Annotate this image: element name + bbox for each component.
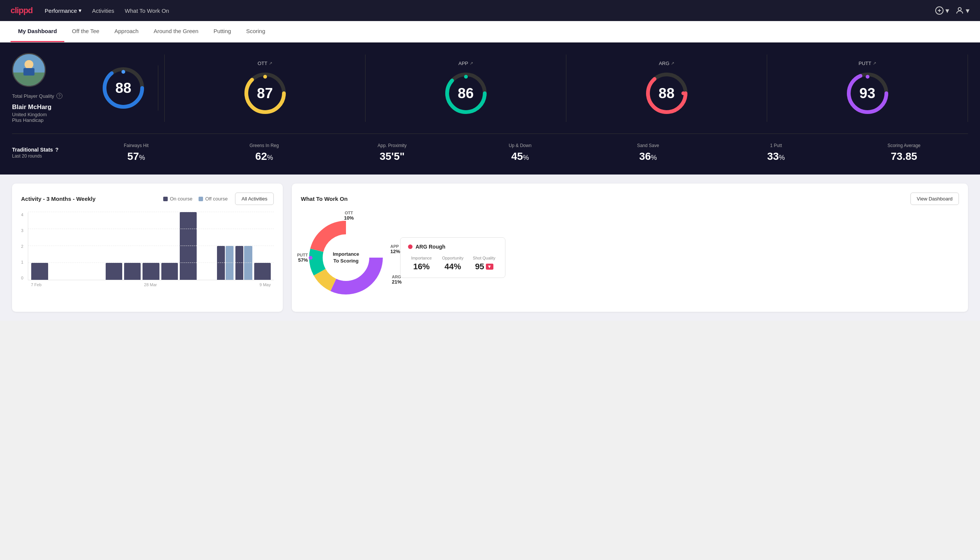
- svg-point-16: [464, 75, 468, 78]
- app-score: 86: [458, 85, 473, 101]
- ring-ott: OTT ↗ 87: [165, 55, 366, 122]
- chevron-down-icon: ▾: [966, 6, 970, 15]
- svg-point-6: [25, 60, 33, 69]
- nav-performance[interactable]: Performance ▾: [45, 7, 82, 14]
- tab-my-dashboard[interactable]: My Dashboard: [10, 21, 64, 42]
- svg-rect-7: [23, 68, 34, 76]
- trend-up-icon: ↗: [470, 61, 473, 66]
- activity-chart-title: Activity - 3 Months - Weekly: [21, 195, 95, 202]
- info-metrics: Importance 16% Opportunity 44% Shot Qual…: [408, 256, 497, 272]
- stat-scoring-average: Scoring Average 73.85: [840, 143, 968, 162]
- stat-fairways-hit: Fairways Hit 57%: [72, 143, 200, 162]
- trend-up-icon: ↗: [671, 61, 674, 66]
- avatar: [12, 53, 46, 87]
- bar-group: [31, 263, 48, 280]
- bar-group: [161, 263, 178, 280]
- nav-right: ▾ ▾: [935, 6, 970, 15]
- player-info: Total Player Quality ? Blair McHarg Unit…: [12, 53, 95, 123]
- tab-off-the-tee[interactable]: Off the Tee: [64, 21, 107, 42]
- tab-around-the-green[interactable]: Around the Green: [146, 21, 206, 42]
- player-name: Blair McHarg: [12, 103, 52, 111]
- off-course-dot: [198, 197, 203, 201]
- main-quality-ring: 88: [101, 65, 146, 110]
- svg-point-13: [263, 75, 267, 78]
- main-score: 88: [115, 80, 131, 96]
- trad-stats-grid: Fairways Hit 57% Greens In Reg 62% App. …: [72, 143, 968, 162]
- bar-group: [124, 263, 141, 280]
- stat-greens-in-reg: Greens In Reg 62%: [200, 143, 328, 162]
- app-donut-label: APP 12%: [390, 244, 400, 254]
- ring-putt: PUTT ↗ 93: [767, 55, 968, 122]
- legend-off-course: Off course: [198, 196, 228, 202]
- view-dashboard-button[interactable]: View Dashboard: [910, 193, 959, 205]
- x-axis: 7 Feb 28 Mar 9 May: [28, 280, 274, 287]
- trend-down-badge: ▼: [486, 263, 493, 270]
- arg-rough-info-card: ARG Rough Importance 16% Opportunity 44%…: [400, 237, 506, 278]
- chevron-down-icon: ▾: [945, 6, 949, 15]
- svg-point-22: [866, 75, 869, 78]
- activity-chart-card: Activity - 3 Months - Weekly On course O…: [12, 183, 283, 312]
- stat-app-proximity: App. Proximity 35'5": [328, 143, 456, 162]
- trad-stats-sublabel: Last 20 rounds: [12, 153, 63, 159]
- ott-label: OTT 10%: [344, 211, 354, 221]
- player-quality-row: Total Player Quality ? Blair McHarg Unit…: [12, 53, 968, 123]
- bar-chart-area: 0 1 2 3 4: [21, 212, 274, 287]
- opportunity-metric: Opportunity 44%: [439, 256, 466, 272]
- chevron-down-icon: ▾: [78, 7, 82, 14]
- putt-score: 93: [859, 85, 875, 101]
- stat-sand-save: Sand Save 36%: [584, 143, 712, 162]
- player-handicap: Plus Handicap: [12, 117, 43, 123]
- on-course-dot: [163, 197, 168, 201]
- bar-group: [254, 263, 271, 280]
- arg-donut-label: ARG 21%: [392, 275, 402, 285]
- trad-stats-label: Traditional Stats: [12, 147, 53, 153]
- putt-dot: [309, 256, 313, 260]
- trend-up-icon: ↗: [269, 61, 272, 66]
- stat-up-and-down: Up & Down 45%: [456, 143, 584, 162]
- nav-activities[interactable]: Activities: [92, 8, 114, 14]
- user-menu-button[interactable]: ▾: [955, 6, 970, 15]
- nav-items: Performance ▾ Activities What To Work On: [45, 7, 923, 14]
- importance-metric: Importance 16%: [408, 256, 435, 272]
- help-icon[interactable]: ?: [55, 147, 59, 153]
- total-quality-label: Total Player Quality ?: [12, 93, 62, 99]
- traditional-stats: Traditional Stats ? Last 20 rounds Fairw…: [12, 133, 968, 162]
- dashboard-section: Total Player Quality ? Blair McHarg Unit…: [0, 42, 980, 175]
- app-logo[interactable]: clippd: [10, 6, 33, 15]
- ott-score: 87: [257, 85, 273, 101]
- ring-app: APP ↗ 86: [366, 55, 566, 122]
- legend-on-course: On course: [163, 196, 193, 202]
- tab-approach[interactable]: Approach: [107, 21, 146, 42]
- svg-point-3: [958, 8, 961, 10]
- stat-1-putt: 1 Putt 33%: [712, 143, 840, 162]
- player-country: United Kingdom: [12, 112, 47, 117]
- y-axis: 0 1 2 3 4: [21, 212, 26, 280]
- trend-up-icon: ↗: [873, 61, 876, 66]
- svg-point-10: [121, 70, 125, 74]
- chart-legend: On course Off course: [163, 196, 228, 202]
- bar-group: [235, 246, 252, 280]
- add-button[interactable]: ▾: [935, 6, 949, 15]
- arg-score: 88: [659, 85, 674, 101]
- tab-putting[interactable]: Putting: [206, 21, 239, 42]
- bar-chart-inner: [28, 212, 274, 280]
- tab-scoring[interactable]: Scoring: [238, 21, 273, 42]
- work-on-title: What To Work On: [301, 195, 348, 202]
- info-dot: [408, 245, 413, 249]
- svg-point-19: [681, 92, 685, 95]
- category-rings: OTT ↗ 87 APP ↗: [164, 55, 968, 122]
- tab-bar: My Dashboard Off the Tee Approach Around…: [0, 21, 980, 42]
- bar-group: [143, 263, 159, 280]
- ring-arg: ARG ↗ 88: [566, 55, 767, 122]
- what-to-work-on-card: What To Work On View Dashboard Imp: [292, 183, 968, 312]
- nav-what-to-work-on[interactable]: What To Work On: [125, 8, 169, 14]
- bottom-cards: Activity - 3 Months - Weekly On course O…: [0, 175, 980, 321]
- bar-group: [217, 246, 233, 280]
- bar-group: [106, 263, 122, 280]
- shot-quality-metric: Shot Quality 95 ▼: [471, 256, 497, 272]
- all-activities-button[interactable]: All Activities: [235, 193, 274, 205]
- putt-label: PUTT 57%: [297, 253, 308, 263]
- donut-section: Importance To Scoring PUTT 57% OTT 10%: [301, 212, 959, 303]
- help-icon[interactable]: ?: [57, 93, 62, 99]
- bar-group: [180, 212, 196, 280]
